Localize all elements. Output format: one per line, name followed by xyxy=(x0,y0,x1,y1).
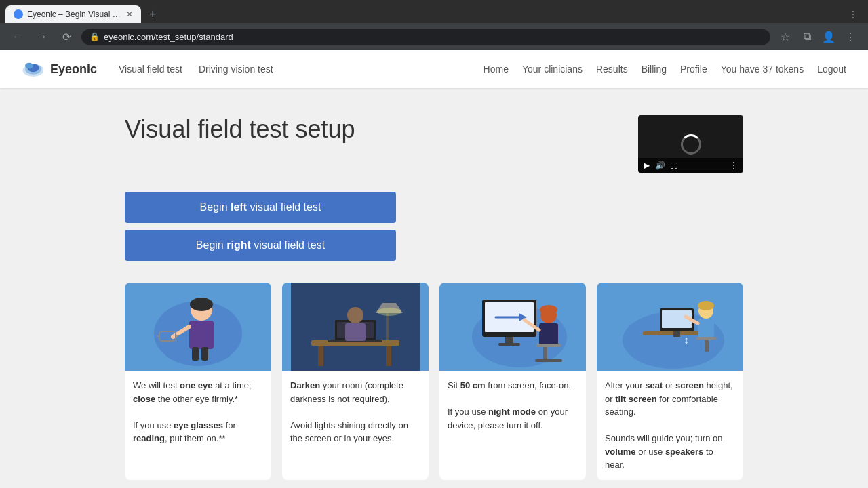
back-button[interactable]: ← xyxy=(8,27,27,46)
browser-window: Eyeonic – Begin Visual Field Te... ✕ + ⋮… xyxy=(0,0,868,50)
svg-rect-18 xyxy=(318,346,323,366)
nav-results[interactable]: Results xyxy=(596,64,628,75)
card-4-illustration: ↕ xyxy=(606,283,734,371)
app-wrapper: Eyeonic Visual field test Driving vision… xyxy=(0,50,868,488)
video-thumbnail[interactable]: ▶ 🔊 ⛶ ⋮ xyxy=(638,115,743,173)
svg-rect-14 xyxy=(201,347,208,361)
toolbar-icons: ☆ ⧉ 👤 ⋮ xyxy=(776,27,860,46)
nav-tokens[interactable]: You have 37 tokens xyxy=(721,64,804,75)
svg-rect-23 xyxy=(386,313,389,340)
card-4-image: ↕ xyxy=(597,283,743,371)
nav-billing[interactable]: Billing xyxy=(642,64,667,75)
svg-rect-51 xyxy=(698,319,714,338)
card-1-body: We will test one eye at a time; close th… xyxy=(125,371,271,453)
svg-rect-8 xyxy=(189,321,214,349)
nav-visual-field-test[interactable]: Visual field test xyxy=(119,64,182,75)
nav-right-links: Home Your clinicians Results Billing Pro… xyxy=(484,64,846,75)
svg-text:↕: ↕ xyxy=(684,334,689,346)
app-logo-text: Eyeonic xyxy=(50,62,97,77)
nav-driving-vision-test[interactable]: Driving vision test xyxy=(199,64,273,75)
page-content: Visual field test setup ▶ 🔊 ⛶ ⋮ Begin le… xyxy=(108,88,760,488)
tab-close-button[interactable]: ✕ xyxy=(126,9,133,19)
nav-bar: ← → ⟳ 🔒 eyeonic.com/test_setup/standard … xyxy=(0,23,868,50)
svg-rect-54 xyxy=(705,340,709,352)
address-bar[interactable]: 🔒 eyeonic.com/test_setup/standard xyxy=(81,29,770,45)
card-1-illustration xyxy=(134,283,262,371)
nav-home[interactable]: Home xyxy=(484,64,509,75)
play-button[interactable]: ▶ xyxy=(644,161,650,170)
tab-bar: Eyeonic – Begin Visual Field Te... ✕ + ⋮ xyxy=(0,0,868,23)
fullscreen-button[interactable]: ⛶ xyxy=(671,162,677,169)
svg-rect-48 xyxy=(673,331,680,337)
svg-point-3 xyxy=(25,63,33,69)
new-tab-button[interactable]: + xyxy=(144,7,162,22)
logo-icon xyxy=(22,60,45,79)
app-nav: Eyeonic Visual field test Driving vision… xyxy=(0,50,868,88)
lock-icon: 🔒 xyxy=(90,32,100,41)
active-tab[interactable]: Eyeonic – Begin Visual Field Te... ✕ xyxy=(5,5,141,23)
video-spinner xyxy=(681,134,701,155)
svg-point-50 xyxy=(698,301,714,310)
begin-left-test-button[interactable]: Begin left visual field test xyxy=(125,192,396,223)
card-2-image xyxy=(282,283,429,371)
svg-rect-34 xyxy=(505,337,513,344)
extension-icon[interactable]: ⧉ xyxy=(797,27,816,46)
more-icon[interactable]: ⋮ xyxy=(841,27,860,46)
video-controls: ▶ 🔊 ⛶ ⋮ xyxy=(638,158,743,173)
info-card-2: Darken your room (complete darkness is n… xyxy=(282,283,429,480)
card-4-body: Alter your seat or screen height, or til… xyxy=(597,371,743,480)
svg-point-25 xyxy=(377,308,401,316)
app-logo[interactable]: Eyeonic xyxy=(22,60,97,79)
nav-clinicians[interactable]: Your clinicians xyxy=(522,64,583,75)
card-3-body: Sit 50 cm from screen, face-on. If you u… xyxy=(439,371,586,440)
reload-button[interactable]: ⟳ xyxy=(57,27,76,46)
svg-rect-38 xyxy=(539,323,558,345)
nav-left-links: Visual field test Driving vision test xyxy=(119,64,273,75)
tab-title: Eyeonic – Begin Visual Field Te... xyxy=(27,9,122,19)
profile-icon[interactable]: 👤 xyxy=(819,27,838,46)
svg-rect-19 xyxy=(386,346,391,366)
title-area: Visual field test setup ▶ 🔊 ⛶ ⋮ xyxy=(125,115,743,173)
card-3-illustration xyxy=(448,283,577,371)
nav-profile[interactable]: Profile xyxy=(680,64,707,75)
svg-rect-27 xyxy=(345,323,366,341)
tab-favicon xyxy=(14,9,23,19)
card-2-illustration xyxy=(291,283,420,371)
svg-rect-40 xyxy=(536,344,561,347)
info-cards: We will test one eye at a time; close th… xyxy=(125,283,743,480)
volume-button[interactable]: 🔊 xyxy=(655,161,665,170)
tab-bar-menu[interactable]: ⋮ xyxy=(849,9,863,19)
svg-point-26 xyxy=(347,307,363,323)
begin-right-test-button[interactable]: Begin right visual field test xyxy=(125,230,396,261)
nav-logout[interactable]: Logout xyxy=(817,64,846,75)
more-options-button[interactable]: ⋮ xyxy=(730,161,738,170)
card-2-body: Darken your room (complete darkness is n… xyxy=(282,371,429,453)
svg-rect-41 xyxy=(543,347,547,361)
svg-point-37 xyxy=(540,305,557,314)
bookmark-icon[interactable]: ☆ xyxy=(776,27,795,46)
svg-rect-13 xyxy=(192,347,199,361)
svg-rect-35 xyxy=(498,343,520,346)
card-1-image xyxy=(125,283,271,371)
address-text: eyeonic.com/test_setup/standard xyxy=(104,32,762,42)
info-card-4: ↕ Alter your seat or screen height, or t… xyxy=(597,283,743,480)
info-card-1: We will test one eye at a time; close th… xyxy=(125,283,271,480)
svg-point-7 xyxy=(190,298,213,311)
card-3-image xyxy=(439,283,586,371)
svg-rect-53 xyxy=(696,337,717,340)
forward-button[interactable]: → xyxy=(33,27,52,46)
info-card-3: Sit 50 cm from screen, face-on. If you u… xyxy=(439,283,586,480)
page-title: Visual field test setup xyxy=(125,115,355,144)
